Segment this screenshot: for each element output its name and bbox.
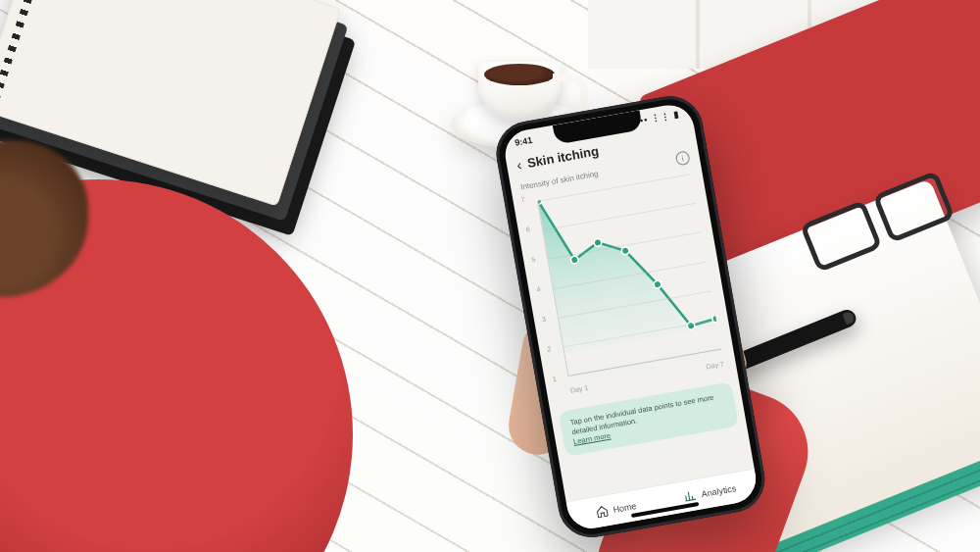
data-point[interactable] <box>594 238 603 247</box>
intensity-chart[interactable]: 1234567 <box>520 170 729 403</box>
data-point[interactable] <box>654 280 662 289</box>
analytics-icon <box>683 488 698 503</box>
scene-photo: 9:41 •• ⋮⋮ ▮ ‹ Skin itching Intensity of… <box>0 0 980 552</box>
hint-text: Tap on the individual data points to see… <box>569 393 714 437</box>
x-end-label: Day 7 <box>706 360 724 370</box>
data-point[interactable] <box>570 256 579 265</box>
phone-screen: 9:41 •• ⋮⋮ ▮ ‹ Skin itching Intensity of… <box>502 101 760 532</box>
data-point[interactable] <box>621 246 630 255</box>
home-icon <box>595 504 610 519</box>
x-start-label: Day 1 <box>569 384 588 394</box>
y-tick: 3 <box>541 316 546 324</box>
y-tick: 7 <box>520 196 525 204</box>
status-time: 9:41 <box>514 135 532 148</box>
info-icon[interactable]: i <box>675 150 691 166</box>
back-icon[interactable]: ‹ <box>515 157 523 173</box>
phone-device: 9:41 •• ⋮⋮ ▮ ‹ Skin itching Intensity of… <box>491 91 769 542</box>
status-indicators: •• ⋮⋮ ▮ <box>639 109 680 125</box>
y-tick: 4 <box>536 285 541 293</box>
y-tick: 5 <box>531 256 536 264</box>
tab-analytics-label: Analytics <box>701 483 737 499</box>
y-tick: 2 <box>547 345 552 353</box>
y-tick: 6 <box>525 226 530 233</box>
y-tick: 1 <box>552 376 557 383</box>
tab-home[interactable]: Home <box>566 485 665 531</box>
